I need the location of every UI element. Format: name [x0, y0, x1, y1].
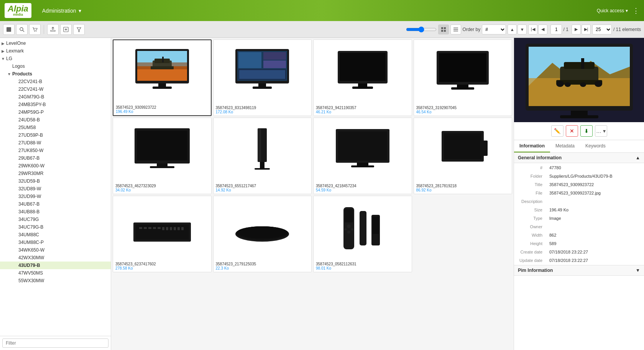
svg-point-100	[580, 82, 586, 87]
prop-type-label: Type	[515, 214, 545, 222]
svg-rect-28	[153, 87, 172, 89]
pagination-nav: |◀ ◀	[528, 25, 547, 34]
svg-rect-65	[139, 227, 142, 229]
sidebar-item-32ud99w[interactable]: 32UD99-W	[0, 193, 111, 200]
add-button[interactable]	[60, 24, 72, 35]
list-view-button[interactable]	[450, 25, 461, 34]
sidebar-item-logos[interactable]: Logos	[0, 62, 111, 70]
download-button[interactable]: ⬇	[580, 125, 593, 137]
sort-asc-button[interactable]: ▲	[508, 25, 517, 34]
sidebar-item-34um88cp[interactable]: 34UM88C-P	[0, 239, 111, 246]
grid-view-button[interactable]	[438, 25, 449, 34]
svg-rect-45	[451, 87, 474, 90]
svg-rect-31	[238, 52, 261, 68]
sidebar-item-34um88c[interactable]: 34UM88C	[0, 231, 111, 239]
sidebar-item-lg[interactable]: ▼ LG	[0, 55, 111, 62]
tab-information[interactable]: Information	[514, 140, 550, 152]
label-24ud58b: 24UD58-B	[18, 117, 108, 123]
last-page-button[interactable]: ▶|	[582, 25, 591, 34]
prev-page-button[interactable]: ◀	[538, 25, 547, 34]
svg-rect-41	[352, 87, 373, 89]
grid-item-info-8: 35874523_2817819218 86.92 Ko	[414, 182, 512, 194]
sidebar-item-levelone[interactable]: ▶ LevelOne	[0, 39, 111, 47]
svg-rect-74	[177, 227, 180, 230]
sidebar-item-34ub67b[interactable]: 34UB67-B	[0, 200, 111, 208]
delete-button[interactable]: ✕	[566, 125, 578, 137]
sidebar-item-products[interactable]: ▼ Products	[0, 70, 111, 78]
sidebar-item-29wr30mr[interactable]: 29WR30MR	[0, 170, 111, 177]
label-27uk850w: 27UK850-W	[18, 148, 108, 153]
sort-desc-button[interactable]: ▼	[518, 25, 527, 34]
svg-rect-96	[581, 58, 584, 69]
svg-rect-56	[357, 163, 368, 165]
sidebar-item-lexmark[interactable]: ▶ Lexmark	[0, 47, 111, 55]
sidebar-item-27ud88w[interactable]: 27UD88-W	[0, 139, 111, 147]
sidebar-item-29ub67b[interactable]: 29UB67-B	[0, 154, 111, 162]
sidebar-item-24ud58b[interactable]: 24UD58-B	[0, 116, 111, 124]
grid-item-9[interactable]: 35874523_6237417602 278.58 Ko	[113, 196, 212, 272]
first-page-button[interactable]: |◀	[528, 25, 537, 34]
sidebar-item-42wx30mw[interactable]: 42WX30MW	[0, 254, 111, 262]
grid-item-size-11: 98.01 Ko	[316, 266, 409, 270]
sidebar-item-47wv50ms[interactable]: 47WV50MS	[0, 269, 111, 277]
tab-keywords[interactable]: Keywords	[580, 140, 611, 152]
grid-item-11[interactable]: 35874523_0582112631 98.01 Ko	[313, 196, 412, 272]
sidebar-item-32ud89w[interactable]: 32UD89-W	[0, 185, 111, 193]
per-page-select[interactable]: 25 50 100	[592, 25, 612, 34]
filter-button[interactable]	[73, 24, 85, 35]
sidebar-item-32ud59b[interactable]: 32UD59-B	[0, 177, 111, 185]
prop-file-label: File	[515, 189, 545, 197]
sidebar-item-27ud59pb[interactable]: 27UD59P-B	[0, 131, 111, 139]
preview-area	[514, 38, 644, 122]
main-layout: ▶ LevelOne ▶ Lexmark ▼ LG Logos ▼ Produc…	[0, 38, 644, 350]
header-more-button[interactable]: ⋮	[632, 7, 639, 15]
sidebar-item-34uc79g[interactable]: 34UC79G	[0, 216, 111, 223]
info-tabs: Information Metadata Keywords	[514, 140, 644, 153]
admin-menu[interactable]: Administration ▾	[39, 6, 84, 15]
grid-item-4[interactable]: 35874523_3192907045 46.54 Ko	[414, 39, 513, 116]
sidebar-item-27uk850w[interactable]: 27UK850-W	[0, 147, 111, 154]
grid-item-1[interactable]: 35874523_9309923722 196.49 Ko	[113, 39, 212, 116]
upload-button[interactable]	[47, 24, 59, 35]
sidebar-item-43ud79b[interactable]: 43UD79-B	[0, 262, 111, 269]
sidebar-item-34uc79gb[interactable]: 34UC79G-B	[0, 223, 111, 231]
grid-item-10[interactable]: 35874523_2179125035 22.3 Ko	[213, 196, 312, 272]
grid-item-8[interactable]: 35874523_2817819218 86.92 Ko	[414, 118, 513, 194]
sidebar-item-34wk650w[interactable]: 34WK650-W	[0, 246, 111, 254]
collapse-general-icon[interactable]: ▲	[636, 155, 640, 160]
sidebar-item-34ub88b[interactable]: 34UB88-B	[0, 208, 111, 216]
grid-item-7[interactable]: 35874523_4218457234 54.59 Ko	[313, 118, 412, 194]
cart-button[interactable]	[29, 24, 41, 35]
sidebar-filter-input[interactable]	[2, 339, 108, 348]
edit-button[interactable]: ✏️	[551, 125, 564, 137]
svg-point-4	[36, 31, 36, 32]
sidebar-item-22cv241b[interactable]: 22CV241-B	[0, 78, 111, 85]
grid-item-2[interactable]: 35874523_8313498119 172.08 Ko	[213, 39, 312, 116]
grid-item-3[interactable]: 35874523_9421190357 46.21 Ko	[313, 39, 412, 116]
label-24gm79gb: 24GM79G-B	[18, 94, 108, 100]
label-22cv241w: 22CV241-W	[18, 87, 108, 92]
grid-item-5[interactable]: 35874523_4627323029 34.02 Ko	[113, 118, 212, 194]
label-29wk600w: 29WK600-W	[18, 163, 108, 168]
sidebar-item-24mp59gp[interactable]: 24MP59G-P	[0, 108, 111, 116]
quick-access-button[interactable]: Quick access ▾	[597, 8, 628, 13]
sidebar-item-22cv241w[interactable]: 22CV241-W	[0, 85, 111, 93]
more-actions-button[interactable]: … ▾	[595, 125, 607, 137]
grid-item-6[interactable]: 35874523_6551217467 14.92 Ko	[213, 118, 312, 194]
collapse-pim-icon[interactable]: ▼	[636, 268, 640, 273]
sidebar-item-24mb35pyb[interactable]: 24MB35PY-B	[0, 101, 111, 108]
logo[interactable]: Alpia media	[5, 3, 31, 18]
next-page-button[interactable]: ▶	[572, 25, 581, 34]
label-34ub67b: 34UB67-B	[18, 201, 108, 207]
sidebar-item-29wk600w[interactable]: 29WK600-W	[0, 162, 111, 170]
preview-actions: ✏️ ✕ ⬇ … ▾	[514, 122, 644, 140]
search-button[interactable]	[16, 24, 28, 35]
sidebar-item-55wx30mw[interactable]: 55WX30MW	[0, 277, 111, 285]
tab-metadata[interactable]: Metadata	[550, 140, 580, 152]
zoom-slider[interactable]	[406, 26, 437, 33]
home-button[interactable]	[3, 24, 15, 35]
order-by-select[interactable]: # Name Date	[482, 25, 506, 34]
page-current-input[interactable]	[550, 25, 562, 34]
sidebar-item-25um58[interactable]: 25UM58	[0, 124, 111, 131]
sidebar-item-24gm79gb[interactable]: 24GM79G-B	[0, 93, 111, 101]
